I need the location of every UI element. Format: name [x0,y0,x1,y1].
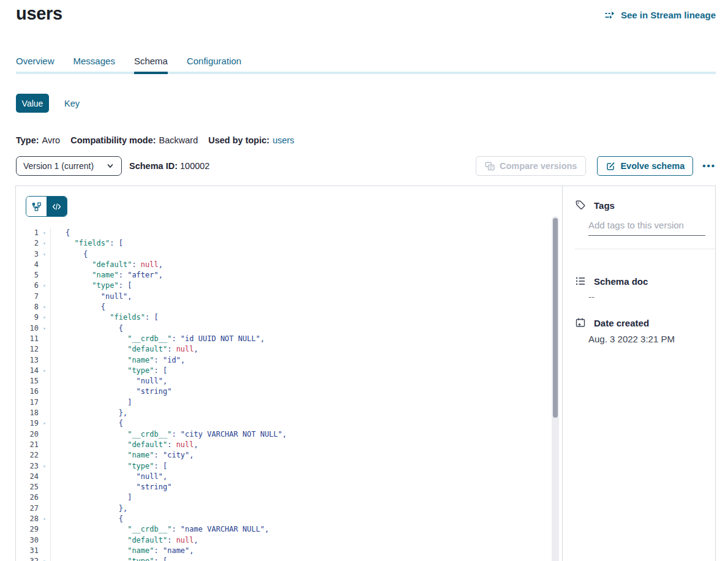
code-line: 32▾ "type": [ [16,556,562,561]
evolve-schema-label: Evolve schema [620,161,685,171]
add-tags-input[interactable] [588,219,705,236]
line-number: 11 [16,334,39,344]
fold-spacer [39,535,50,546]
code-line: 28▾ { [16,514,562,524]
code-line: 10▾ { [16,323,562,334]
code-line: 24 "null", [16,472,562,482]
date-created-title: Date created [594,318,649,328]
compare-versions-label: Compare versions [500,161,577,171]
value-toggle-button[interactable]: Value [16,94,49,113]
code-line: 4 "default": null, [16,260,562,270]
code-text: "__crdb__": "city VARCHAR NOT NULL", [50,429,562,440]
fold-toggle-icon[interactable]: ▾ [39,366,50,376]
code-text: { [50,418,562,429]
fold-toggle-icon[interactable]: ▾ [39,323,50,334]
version-select[interactable]: Version 1 (current) [16,156,122,176]
line-number: 5 [16,270,39,280]
fold-toggle-icon[interactable]: ▾ [39,312,50,323]
schema-id-value: 100002 [180,161,209,171]
code-text: { [50,302,562,312]
list-icon [575,276,586,287]
fold-spacer [39,376,50,386]
code-line: 5 "name": "after", [16,270,562,280]
fold-toggle-icon[interactable]: ▾ [39,556,50,561]
compatibility-label: Compatibility mode: [70,135,156,145]
code-text: "__crdb__": "name VARCHAR NULL", [50,524,562,535]
code-text: "type": [ [50,366,562,376]
code-text: "null", [50,376,562,386]
used-by-topic-label: Used by topic: [208,135,269,145]
line-number: 9 [16,312,39,323]
date-created-heading: Date created [575,317,649,328]
tab-schema[interactable]: Schema [134,54,168,74]
tag-icon [575,200,586,211]
fold-toggle-icon[interactable]: ▾ [39,418,50,429]
code-line: 18 }, [16,408,562,418]
tree-view-button[interactable] [26,197,47,216]
fold-toggle-icon[interactable]: ▾ [39,228,50,238]
fold-toggle-icon[interactable]: ▾ [39,238,50,249]
line-number: 26 [16,492,39,503]
code-text: "name": "after", [50,270,562,280]
code-line: 1▾{ [16,228,562,238]
line-number: 30 [16,535,39,546]
fold-spacer [39,492,50,503]
line-number: 25 [16,482,39,492]
tags-title: Tags [594,200,615,211]
compare-icon [485,162,495,171]
line-number: 29 [16,524,39,535]
evolve-schema-button[interactable]: Evolve schema [597,156,693,176]
line-number: 4 [16,260,39,270]
version-select-value: Version 1 (current) [23,161,106,171]
compare-versions-button[interactable]: Compare versions [476,156,587,176]
editor-scrollbar-track[interactable] [552,216,559,561]
code-text: "null", [50,292,562,302]
schema-view-toggle [26,196,67,217]
schema-details-sidebar: Tags Schema doc -- [563,186,715,561]
line-number: 31 [16,546,39,556]
line-number: 2 [16,238,39,249]
code-line: 14▾ "type": [ [16,366,562,376]
code-view-icon [52,203,61,211]
schema-id-label: Schema ID: [129,161,178,171]
schema-doc-heading: Schema doc [575,276,648,287]
tab-messages[interactable]: Messages [73,54,115,74]
tab-bar: Overview Messages Schema Configuration [16,54,716,74]
code-text: "string" [50,482,562,492]
type-label: Type: [16,135,39,145]
fold-spacer [39,397,50,408]
code-line: 12 "default": null, [16,344,562,355]
tab-overview[interactable]: Overview [16,54,54,74]
code-text: "null", [50,472,562,482]
code-line: 21 "default": null, [16,440,562,450]
editor-scrollbar-thumb[interactable] [553,218,558,418]
type-value: Avro [42,135,61,145]
key-toggle-button[interactable]: Key [64,99,80,108]
fold-toggle-icon[interactable]: ▾ [39,280,50,291]
schema-panel: 1▾{2▾ "fields": [3▾ {4 "default": null,5… [15,186,716,561]
schema-code-editor[interactable]: 1▾{2▾ "fields": [3▾ {4 "default": null,5… [16,228,562,561]
code-text: }, [50,408,562,418]
topic-link[interactable]: users [272,135,294,145]
line-number: 20 [16,429,39,440]
fold-toggle-icon[interactable]: ▾ [39,249,50,260]
line-number: 10 [16,323,39,334]
fold-toggle-icon[interactable]: ▾ [39,514,50,524]
stream-lineage-icon [605,11,617,19]
fold-toggle-icon[interactable]: ▾ [39,461,50,472]
line-number: 12 [16,344,39,355]
code-line: 16 "string" [16,386,562,397]
schema-doc-title: Schema doc [594,276,648,287]
code-text: "name": "name", [50,546,562,556]
code-text: "default": null, [50,440,562,450]
code-line: 8▾ { [16,302,562,312]
more-actions-button[interactable]: ••• [702,163,716,169]
code-text: { [50,323,562,334]
tab-configuration[interactable]: Configuration [187,54,241,74]
stream-lineage-link[interactable]: See in Stream lineage [605,10,716,20]
fold-toggle-icon[interactable]: ▾ [39,302,50,312]
line-number: 32 [16,556,39,561]
line-number: 17 [16,397,39,408]
code-view-button[interactable] [47,197,67,216]
code-text: "name": "id", [50,355,562,366]
